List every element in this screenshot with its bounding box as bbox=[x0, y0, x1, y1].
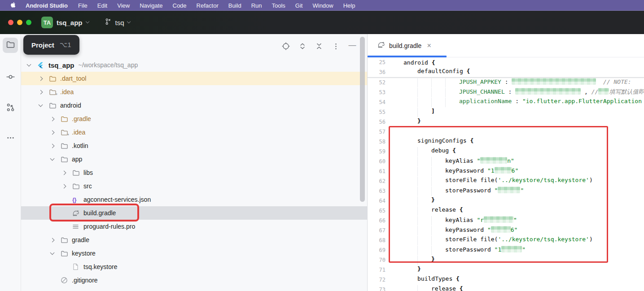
chevron-down-icon[interactable] bbox=[50, 156, 55, 161]
menu-item-refactor[interactable]: Refactor bbox=[192, 2, 223, 9]
chevron-down-icon[interactable] bbox=[39, 103, 43, 107]
menu-item-android-studio[interactable]: Android Studio bbox=[20, 2, 73, 9]
line-number[interactable]: 63 bbox=[368, 188, 386, 194]
code-line-52[interactable]: 52JPUSH_APPKEY : // NOTE: bbox=[368, 78, 644, 87]
line-number[interactable]: 58 bbox=[368, 139, 386, 145]
code-line-66[interactable]: 66keyAlias "r" bbox=[368, 216, 644, 226]
line-number[interactable]: 59 bbox=[368, 148, 386, 155]
tree-row--gradle[interactable]: .gradle bbox=[21, 112, 367, 126]
line-number[interactable]: 73 bbox=[368, 287, 386, 291]
select-opened-file-button[interactable] bbox=[281, 41, 291, 51]
menu-item-tools[interactable]: Tools bbox=[267, 2, 290, 9]
tree-row-android[interactable]: android bbox=[21, 99, 367, 112]
menu-item-run[interactable]: Run bbox=[246, 2, 267, 9]
code-line-67[interactable]: 67keyPassword "6" bbox=[368, 226, 644, 235]
line-number[interactable]: 57 bbox=[368, 129, 386, 135]
code-line-73[interactable]: 73release { bbox=[368, 285, 644, 291]
tree-row--idea[interactable]: *.idea bbox=[21, 126, 367, 139]
chevron-right-icon[interactable] bbox=[39, 90, 43, 94]
minimize-window-button[interactable] bbox=[17, 20, 22, 25]
more-tool-windows-button[interactable] bbox=[3, 131, 18, 146]
code-line-72[interactable]: 72buildTypes { bbox=[368, 275, 644, 285]
line-number[interactable]: 67 bbox=[368, 227, 386, 234]
chevron-down-icon[interactable] bbox=[50, 251, 55, 255]
line-number[interactable]: 52 bbox=[368, 79, 386, 86]
expand-all-button[interactable] bbox=[298, 41, 307, 51]
tab-close-icon[interactable]: × bbox=[427, 42, 431, 50]
code-line-62[interactable]: 62storeFile file('../keystore/tsq.keysto… bbox=[368, 176, 644, 186]
line-number[interactable]: 53 bbox=[368, 89, 386, 96]
code-line-57[interactable]: 57 bbox=[368, 127, 644, 137]
line-number[interactable]: 54 bbox=[368, 99, 386, 105]
menu-item-edit[interactable]: Edit bbox=[92, 2, 112, 9]
menu-item-view[interactable]: View bbox=[112, 2, 135, 9]
apple-menu[interactable] bbox=[10, 1, 16, 9]
menu-item-file[interactable]: File bbox=[73, 2, 92, 9]
tree-row--idea[interactable]: *.idea bbox=[21, 85, 367, 99]
code-line-59[interactable]: 59debug { bbox=[368, 147, 644, 156]
code-line-55[interactable]: 55] bbox=[368, 107, 644, 117]
project-switcher[interactable]: TA tsq_app bbox=[41, 17, 89, 28]
tree-row-proguard-rules-pro[interactable]: proguard-rules.pro bbox=[21, 220, 367, 233]
tree-row-tsq-keystore[interactable]: tsq.keystore bbox=[21, 260, 367, 274]
tree-row-build-gradle[interactable]: build.gradle bbox=[21, 206, 367, 220]
tree-row-agconnect-services-json[interactable]: {}agconnect-services.json bbox=[21, 193, 367, 206]
chevron-right-icon[interactable] bbox=[62, 184, 66, 188]
code-line-56[interactable]: 56} bbox=[368, 117, 644, 127]
tree-row-libs[interactable]: libs bbox=[21, 166, 367, 179]
line-number[interactable]: 71 bbox=[368, 267, 386, 273]
line-number[interactable]: 61 bbox=[368, 168, 386, 174]
chevron-right-icon[interactable] bbox=[50, 117, 55, 121]
chevron-right-icon[interactable] bbox=[50, 238, 55, 242]
close-window-button[interactable] bbox=[8, 20, 13, 25]
line-number[interactable]: 70 bbox=[368, 257, 386, 263]
tree-row--kotlin[interactable]: .kotlin bbox=[21, 139, 367, 152]
commit-tool-window-button[interactable] bbox=[3, 70, 18, 85]
chevron-right-icon[interactable] bbox=[50, 130, 55, 135]
hide-panel-button[interactable]: — bbox=[347, 40, 357, 50]
code-line-70[interactable]: 70} bbox=[368, 255, 644, 265]
line-number[interactable]: 64 bbox=[368, 198, 386, 204]
tree-scrollbar[interactable] bbox=[360, 37, 365, 202]
code-line-65[interactable]: 65release { bbox=[368, 206, 644, 216]
version-control-tool-window-button[interactable] bbox=[3, 100, 18, 116]
line-number[interactable]: 66 bbox=[368, 217, 386, 224]
line-number[interactable]: 68 bbox=[368, 237, 386, 243]
code-line-58[interactable]: 58signingConfigs { bbox=[368, 137, 644, 147]
code-line-68[interactable]: 68storeFile file('../keystore/tsq.keysto… bbox=[368, 235, 644, 245]
line-number[interactable]: 36 bbox=[368, 69, 386, 75]
line-number[interactable]: 56 bbox=[368, 119, 386, 125]
menu-item-help[interactable]: Help bbox=[338, 2, 360, 9]
line-number[interactable]: 69 bbox=[368, 247, 386, 253]
panel-options-button[interactable] bbox=[331, 41, 341, 51]
code-line-54[interactable]: 54applicationName : "io.flutter.app.Flut… bbox=[368, 97, 644, 107]
code-line-64[interactable]: 64} bbox=[368, 196, 644, 206]
tree-row-keystore[interactable]: keystore bbox=[21, 247, 367, 260]
chevron-right-icon[interactable] bbox=[39, 76, 43, 81]
chevron-down-icon[interactable] bbox=[27, 62, 31, 67]
tree-row-src[interactable]: src bbox=[21, 179, 367, 193]
line-number[interactable]: 60 bbox=[368, 158, 386, 165]
code-line-60[interactable]: 60keyAlias "n" bbox=[368, 156, 644, 166]
menu-item-window[interactable]: Window bbox=[307, 2, 338, 9]
menu-item-build[interactable]: Build bbox=[223, 2, 246, 9]
code-line-61[interactable]: 61keyPassword "16" bbox=[368, 166, 644, 176]
code-line-71[interactable]: 71} bbox=[368, 265, 644, 275]
code-editor[interactable]: 25android {36defaultConfig { 52JPUSH_APP… bbox=[368, 57, 644, 291]
project-tool-window-button[interactable] bbox=[3, 38, 18, 53]
code-line-25[interactable]: 25android { bbox=[368, 57, 644, 67]
tree-row-gradle[interactable]: gradle bbox=[21, 233, 367, 247]
menu-item-navigate[interactable]: Navigate bbox=[135, 2, 167, 9]
chevron-right-icon[interactable] bbox=[62, 170, 66, 175]
code-line-63[interactable]: 63storePassword "" bbox=[368, 186, 644, 196]
code-line-53[interactable]: 53JPUSH_CHANNEL : , //填写默认值即 bbox=[368, 87, 644, 97]
tree-row-app[interactable]: app bbox=[21, 152, 367, 166]
line-number[interactable]: 62 bbox=[368, 178, 386, 184]
chevron-right-icon[interactable] bbox=[50, 143, 55, 148]
menu-item-code[interactable]: Code bbox=[168, 2, 192, 9]
tree-row-tsq-app[interactable]: tsq_app~/workspace/tsq_app bbox=[21, 58, 367, 72]
zoom-window-button[interactable] bbox=[26, 20, 31, 25]
menu-item-git[interactable]: Git bbox=[290, 2, 308, 9]
code-line-69[interactable]: 69storePassword "1" bbox=[368, 245, 644, 255]
code-line-36[interactable]: 36defaultConfig { bbox=[368, 67, 644, 77]
